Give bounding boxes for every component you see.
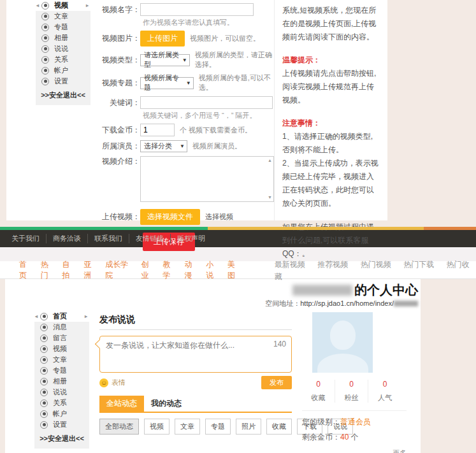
- footer-link-friends[interactable]: 友情链接: [129, 234, 171, 243]
- nav-hot[interactable]: 热门: [41, 259, 55, 281]
- tab-my-activity[interactable]: 我的动态: [144, 396, 189, 412]
- nav-sub-group: 最新视频 推荐视频 热门视频 热门下载 热门收藏: [275, 258, 476, 282]
- nav-academy[interactable]: 成长学院: [105, 259, 134, 281]
- sidebar-item-settings[interactable]: 设置: [34, 419, 89, 430]
- nav-startup[interactable]: 创业: [141, 259, 156, 281]
- nav-hot-downloads[interactable]: 热门下载: [403, 260, 434, 269]
- stat-favorites[interactable]: 0 收藏: [302, 380, 335, 403]
- filter-favorite[interactable]: 收藏: [266, 419, 292, 435]
- sidebar-item-label: 相册: [54, 33, 68, 43]
- active-left-arrow-icon: ◂: [35, 313, 38, 319]
- sidebar-item-shuoshuo[interactable]: 说说: [34, 387, 89, 398]
- footer-color-stripe: [0, 227, 476, 230]
- nav-pics[interactable]: 美图: [227, 259, 242, 281]
- select-caret-icon: ▼: [186, 80, 191, 86]
- actor-select[interactable]: 选择分类 ▼: [140, 140, 187, 152]
- filter-all[interactable]: 全部动态: [99, 419, 139, 435]
- sidebar-item-settings[interactable]: 设置: [36, 76, 90, 87]
- footer-link-business[interactable]: 商务洽谈: [47, 234, 88, 243]
- nav-asia[interactable]: 亚洲: [83, 259, 98, 281]
- video-name-input[interactable]: [140, 3, 254, 16]
- choose-video-file-button[interactable]: 选择视频文件: [140, 209, 200, 225]
- nav-selfie[interactable]: 自拍: [62, 259, 77, 281]
- sidebar-item-account[interactable]: 帐户: [34, 408, 89, 419]
- select-caret-icon: ▼: [182, 57, 187, 63]
- nav-home[interactable]: 首页: [19, 259, 34, 281]
- nav-anime[interactable]: 动漫: [184, 259, 199, 281]
- video-type-select[interactable]: 请选所属类型 ▼: [140, 54, 190, 66]
- sidebar-item-album[interactable]: 相册: [36, 32, 90, 43]
- logout-link[interactable]: >>安全退出<<: [34, 430, 89, 445]
- left-margin: [5, 311, 34, 453]
- coin-balance-value: 40: [340, 433, 349, 442]
- coin-input[interactable]: [140, 124, 175, 136]
- visitors-more-link[interactable]: 更多: [302, 449, 407, 453]
- sidebar-item-album[interactable]: 相册: [34, 376, 89, 387]
- nav-novel[interactable]: 小说: [206, 259, 220, 281]
- avatar[interactable]: [312, 312, 373, 373]
- member-level-row: 您的级别：普通会员 剩余金币：40 个: [302, 410, 407, 443]
- nav-hot-videos[interactable]: 热门视频: [361, 260, 391, 269]
- video-topic-select[interactable]: 视频所属专题 ▼: [140, 77, 194, 89]
- logout-link[interactable]: >>安全退出<<: [36, 87, 90, 101]
- tips-intro: 系统,短视频系统，您现在所在的是视频上传页面,上传视频前先请阅读下面的内容。: [282, 4, 380, 44]
- choose-video-hint: 选择视频: [205, 212, 233, 222]
- publish-button[interactable]: 发布: [261, 376, 292, 389]
- actor-label: 所属演员：: [99, 141, 140, 152]
- sidebar-item-relations[interactable]: 关系: [34, 398, 89, 408]
- video-type-hint: 视频所属的类型，请正确选择。: [195, 50, 274, 69]
- intro-textarea[interactable]: [140, 156, 274, 202]
- sidebar-item-label: 关系: [53, 398, 67, 408]
- sidebar-item-messages[interactable]: 消息: [34, 322, 89, 333]
- chat-icon: [41, 45, 49, 53]
- sidebar-item-topic[interactable]: 专题: [34, 365, 89, 376]
- gear-icon: [40, 421, 48, 429]
- scroll-up-icon[interactable]: ▲: [268, 158, 272, 162]
- emoji-picker-button[interactable]: ☺ 表情: [99, 378, 126, 387]
- sidebar-item-topic[interactable]: 专题: [36, 22, 90, 32]
- sidebar-item-label: 专题: [54, 22, 68, 32]
- footer-link-contact[interactable]: 联系我们: [88, 234, 129, 243]
- topic-icon: [41, 24, 49, 31]
- footer-link-copyright[interactable]: 版权声明: [171, 234, 212, 243]
- stat-fans[interactable]: 0 粉丝: [335, 380, 368, 403]
- sidebar-item-shuoshuo[interactable]: 说说: [36, 43, 90, 54]
- upload-image-button[interactable]: 上传图片: [140, 31, 185, 47]
- stripe-green-segment: [0, 227, 208, 230]
- video-icon: [40, 345, 48, 353]
- nav-latest-videos[interactable]: 最新视频: [275, 260, 305, 269]
- censored-username: [292, 285, 352, 296]
- sidebar-item-label: 说说: [53, 387, 67, 397]
- sidebar-item-label: 文章: [53, 355, 67, 364]
- video-name-label: 视频名字：: [99, 4, 140, 15]
- nav-teaching[interactable]: 教学: [163, 259, 178, 281]
- relations-icon: [40, 399, 48, 407]
- keyword-input[interactable]: [140, 96, 273, 109]
- sidebar-item-guestbook[interactable]: 留言: [34, 333, 89, 343]
- sidebar-item-article[interactable]: 文章: [36, 11, 90, 22]
- sidebar-item-article[interactable]: 文章: [34, 354, 89, 365]
- sidebar-item-label: 设置: [54, 76, 68, 86]
- profile-stats: 0 收藏 0 粉丝 0 人气: [302, 380, 407, 403]
- upload-page-section: ◂ 视频 ▸ 文章 专题 相册: [0, 0, 476, 227]
- tab-all-activity[interactable]: 全站动态: [99, 396, 144, 412]
- sidebar-item-label: 消息: [53, 322, 67, 332]
- sidebar-item-relations[interactable]: 关系: [36, 54, 90, 65]
- filter-video[interactable]: 视频: [144, 419, 169, 435]
- filter-photo[interactable]: 照片: [236, 419, 261, 435]
- stat-popularity[interactable]: 0 人气: [368, 380, 401, 403]
- address-url[interactable]: http://sp.jdao1.cn/home/index/: [300, 299, 394, 307]
- active-right-arrow-icon: ▸: [85, 313, 87, 319]
- sidebar-item-account[interactable]: 帐户: [36, 65, 90, 76]
- scroll-down-icon[interactable]: ▼: [268, 195, 272, 199]
- home-sidebar: ◂ 首页 ▸ 消息 留言 视频: [34, 311, 89, 453]
- filter-article[interactable]: 文章: [175, 419, 200, 435]
- shuoshuo-input[interactable]: [100, 336, 291, 372]
- sidebar-item-video[interactable]: ◂ 视频 ▸: [36, 0, 90, 11]
- top-nav-bar: 首页 热门 自拍 亚洲 成长学院 创业 教学 动漫 小说 美图 最新视频 推荐视…: [0, 261, 476, 279]
- footer-link-about[interactable]: 关于我们: [5, 234, 47, 243]
- sidebar-item-video[interactable]: 视频: [34, 343, 89, 354]
- nav-recommended-videos[interactable]: 推荐视频: [317, 260, 348, 269]
- filter-topic[interactable]: 专题: [205, 419, 231, 435]
- sidebar-item-home[interactable]: ◂ 首页 ▸: [34, 311, 89, 322]
